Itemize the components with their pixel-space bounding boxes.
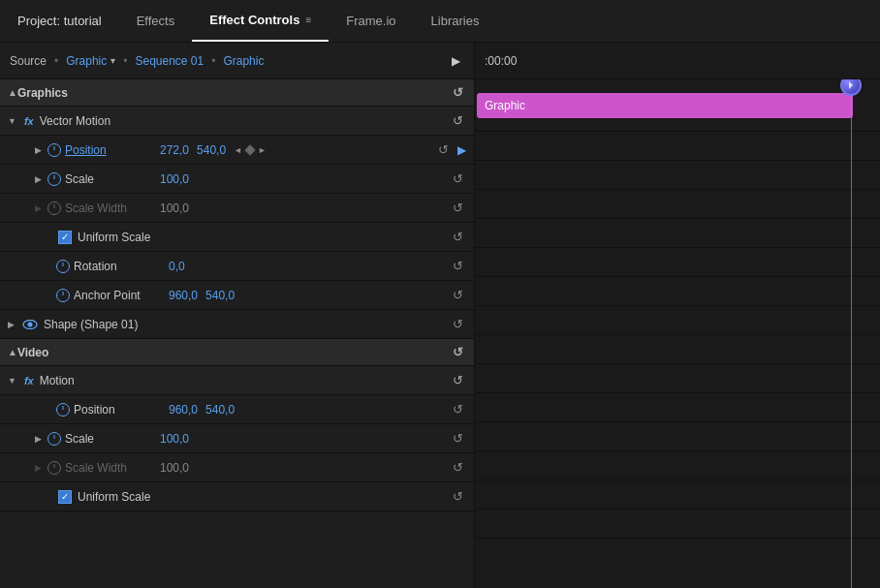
shape-expand[interactable]: ▶ bbox=[8, 320, 15, 329]
anchor1-label[interactable]: Anchor Point bbox=[74, 289, 161, 302]
position2-row: Position 960,0 540,0 ↺ bbox=[0, 395, 474, 424]
prev-keyframe-btn[interactable]: ◄ bbox=[234, 145, 242, 155]
scale2-row: ▶ Scale 100,0 ↺ bbox=[0, 424, 474, 453]
timeline-row-9 bbox=[475, 364, 880, 393]
timeline-row-3 bbox=[475, 190, 880, 219]
position1-label[interactable]: Position bbox=[65, 143, 152, 157]
scale-width2-reset[interactable]: ↺ bbox=[449, 459, 466, 477]
timeline-row-2 bbox=[475, 161, 880, 190]
scale-width1-reset[interactable]: ↺ bbox=[449, 200, 466, 217]
position1-arrow-btn[interactable]: ▶ bbox=[457, 143, 466, 157]
rotation1-clock-icon[interactable] bbox=[56, 260, 70, 273]
scale2-clock-icon[interactable] bbox=[47, 432, 61, 446]
shape-reset-icon: ↺ bbox=[453, 317, 463, 331]
video-reset-btn[interactable]: ↺ bbox=[449, 344, 466, 361]
timeline-row-8 bbox=[475, 335, 880, 364]
uniform-scale2-row: ✓ Uniform Scale ↺ bbox=[0, 482, 474, 511]
scale2-expand[interactable]: ▶ bbox=[35, 434, 42, 444]
scale-width2-reset-icon: ↺ bbox=[453, 460, 463, 475]
graphics-reset-icon: ↺ bbox=[453, 85, 463, 100]
vector-motion-reset-icon: ↺ bbox=[453, 113, 463, 128]
position1-val2[interactable]: 540,0 bbox=[197, 143, 226, 157]
scale2-reset-icon: ↺ bbox=[453, 431, 463, 446]
timeline-body: Graphic bbox=[475, 79, 880, 588]
scale-width2-row: ▶ Scale Width 100,0 ↺ bbox=[0, 453, 474, 482]
uniform-scale2-checkbox[interactable]: ✓ bbox=[58, 490, 72, 504]
source-chevron[interactable]: ▾ bbox=[110, 55, 115, 66]
uniform-scale1-reset[interactable]: ↺ bbox=[449, 229, 466, 246]
scale1-val1[interactable]: 100,0 bbox=[160, 172, 189, 186]
main-layout: Source • Graphic ▾ • Sequence 01 • Graph… bbox=[0, 43, 880, 588]
vector-motion-reset[interactable]: ↺ bbox=[449, 112, 466, 130]
position1-reset-icon: ↺ bbox=[438, 142, 449, 157]
scale1-row: ▶ Scale 100,0 ↺ bbox=[0, 165, 474, 194]
position2-val1[interactable]: 960,0 bbox=[169, 403, 198, 417]
anchor1-val1[interactable]: 960,0 bbox=[169, 289, 198, 302]
scale1-label[interactable]: Scale bbox=[65, 172, 152, 186]
rotation1-val[interactable]: 0,0 bbox=[169, 260, 185, 273]
scale-width2-expand: ▶ bbox=[35, 463, 42, 473]
timeline-row-1 bbox=[475, 132, 880, 161]
scale1-expand[interactable]: ▶ bbox=[35, 174, 42, 184]
tab-effects[interactable]: Effects bbox=[119, 0, 193, 42]
tab-libraries[interactable]: Libraries bbox=[414, 0, 497, 42]
source-seq-graphic[interactable]: Graphic bbox=[223, 54, 264, 68]
scale-width1-expand: ▶ bbox=[35, 203, 42, 213]
position1-clock-icon[interactable] bbox=[47, 143, 61, 157]
anchor1-reset-icon: ↺ bbox=[453, 288, 463, 302]
position2-clock-icon[interactable] bbox=[56, 403, 70, 417]
anchor1-reset[interactable]: ↺ bbox=[449, 287, 466, 304]
tab-effect-controls[interactable]: Effect Controls ≡ bbox=[192, 0, 329, 42]
position1-expand[interactable]: ▶ bbox=[35, 145, 42, 155]
scale1-clock-icon[interactable] bbox=[47, 172, 61, 186]
graphics-collapse-btn[interactable]: ▲ bbox=[8, 87, 17, 98]
vector-motion-expand[interactable]: ▼ bbox=[8, 116, 16, 126]
source-play-button[interactable]: ▶ bbox=[447, 52, 464, 70]
rotation1-label[interactable]: Rotation bbox=[74, 260, 161, 273]
anchor1-clock-icon[interactable] bbox=[56, 289, 70, 302]
graphics-section-header: ▲ Graphics ↺ bbox=[0, 79, 474, 107]
position2-label[interactable]: Position bbox=[74, 403, 161, 417]
scale2-val1[interactable]: 100,0 bbox=[160, 432, 189, 446]
shape-reset[interactable]: ↺ bbox=[449, 316, 466, 333]
timeline-row-11 bbox=[475, 422, 880, 451]
next-keyframe-btn[interactable]: ► bbox=[258, 145, 267, 155]
source-sep2: • bbox=[123, 54, 127, 68]
tab-frameio[interactable]: Frame.io bbox=[329, 0, 413, 42]
motion-expand[interactable]: ▼ bbox=[8, 376, 16, 386]
source-sequence[interactable]: Sequence 01 bbox=[135, 54, 204, 68]
tab-menu-icon[interactable]: ≡ bbox=[305, 15, 311, 25]
scale2-label[interactable]: Scale bbox=[65, 432, 152, 446]
position1-reset[interactable]: ↺ bbox=[434, 141, 452, 159]
timeline-header: :00:00 bbox=[475, 43, 880, 79]
source-bar: Source • Graphic ▾ • Sequence 01 • Graph… bbox=[0, 43, 474, 79]
scale1-reset[interactable]: ↺ bbox=[449, 170, 466, 188]
uniform-scale1-row: ✓ Uniform Scale ↺ bbox=[0, 223, 474, 252]
video-collapse-btn[interactable]: ▲ bbox=[8, 347, 17, 357]
scale2-reset[interactable]: ↺ bbox=[449, 430, 466, 448]
position1-val1[interactable]: 272,0 bbox=[160, 143, 189, 157]
motion-reset[interactable]: ↺ bbox=[449, 372, 466, 389]
source-dropdown[interactable]: Graphic bbox=[66, 54, 107, 68]
uniform-scale1-checkbox[interactable]: ✓ bbox=[58, 231, 72, 244]
tab-project[interactable]: Project: tutorial bbox=[0, 0, 119, 42]
graphic-block[interactable]: Graphic bbox=[477, 93, 853, 118]
timeline-rows: Graphic bbox=[475, 79, 880, 539]
shape-row: ▶ Shape (Shape 01) ↺ bbox=[0, 310, 474, 339]
rotation1-reset[interactable]: ↺ bbox=[449, 258, 466, 275]
graphics-reset-btn[interactable]: ↺ bbox=[449, 84, 466, 102]
shape-label: Shape (Shape 01) bbox=[44, 318, 138, 331]
uniform-scale1-reset-icon: ↺ bbox=[453, 230, 463, 244]
uniform-scale2-reset[interactable]: ↺ bbox=[449, 488, 466, 506]
position2-val2[interactable]: 540,0 bbox=[205, 403, 235, 417]
shape-eye-icon[interactable] bbox=[22, 317, 38, 332]
vector-motion-label: Vector Motion bbox=[40, 114, 110, 128]
timeline-row-6 bbox=[475, 277, 880, 306]
motion-reset-icon: ↺ bbox=[453, 373, 463, 387]
anchor1-val2[interactable]: 540,0 bbox=[205, 289, 235, 302]
keyframe-diamond[interactable] bbox=[244, 144, 255, 155]
scale-width1-val: 100,0 bbox=[160, 201, 189, 215]
scale-width1-reset-icon: ↺ bbox=[453, 201, 463, 215]
svg-marker-2 bbox=[849, 81, 853, 89]
position2-reset[interactable]: ↺ bbox=[449, 401, 466, 418]
